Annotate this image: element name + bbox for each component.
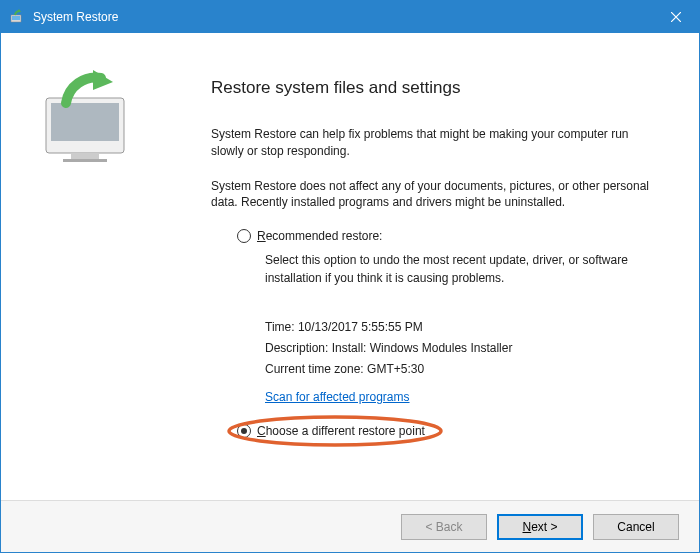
info-time: Time: 10/13/2017 5:55:55 PM xyxy=(265,317,659,338)
restore-monitor-icon xyxy=(21,154,156,171)
intro-paragraph-1: System Restore can help fix problems tha… xyxy=(211,126,659,160)
svg-rect-5 xyxy=(63,159,107,162)
intro-paragraph-2: System Restore does not affect any of yo… xyxy=(211,178,659,212)
next-button[interactable]: Next > xyxy=(497,514,583,540)
page-heading: Restore system files and settings xyxy=(211,78,659,98)
radio-recommended[interactable]: Recommended restore: xyxy=(237,229,659,243)
main-area: Restore system files and settings System… xyxy=(1,33,699,500)
info-timezone: Current time zone: GMT+5:30 xyxy=(265,359,659,380)
scan-affected-link[interactable]: Scan for affected programs xyxy=(265,390,410,404)
radio-choose-label: Choose a different restore point xyxy=(257,424,425,438)
svg-rect-4 xyxy=(71,153,99,159)
svg-rect-1 xyxy=(12,16,20,20)
radio-icon xyxy=(237,424,251,438)
svg-rect-3 xyxy=(51,103,119,141)
window-title: System Restore xyxy=(33,10,653,24)
cancel-button[interactable]: Cancel xyxy=(593,514,679,540)
titlebar: System Restore xyxy=(1,1,699,33)
info-description: Description: Install: Windows Modules In… xyxy=(265,338,659,359)
button-bar: < Back Next > Cancel xyxy=(1,500,699,553)
content-panel: Restore system files and settings System… xyxy=(176,33,699,500)
restore-info: Time: 10/13/2017 5:55:55 PM Description:… xyxy=(265,317,659,380)
system-restore-icon xyxy=(9,9,25,25)
radio-recommended-label: Recommended restore: xyxy=(257,229,382,243)
options-group: Recommended restore: Select this option … xyxy=(237,229,659,438)
radio-icon xyxy=(237,229,251,243)
radio-choose-different[interactable]: Choose a different restore point xyxy=(237,424,659,438)
close-button[interactable] xyxy=(653,1,699,33)
sidebar xyxy=(1,33,176,500)
back-button: < Back xyxy=(401,514,487,540)
recommended-detail: Select this option to undo the most rece… xyxy=(265,251,659,287)
